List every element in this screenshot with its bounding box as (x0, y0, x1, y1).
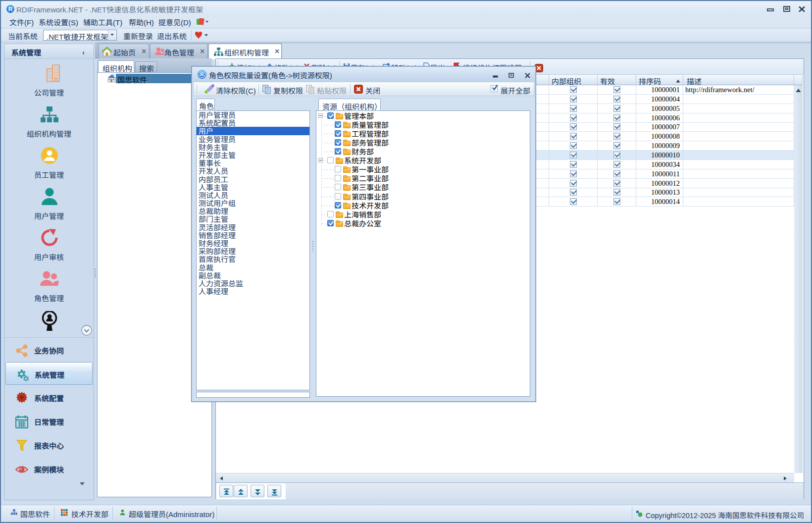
svg-text:R: R (8, 6, 13, 13)
svg-text:R: R (200, 71, 204, 77)
